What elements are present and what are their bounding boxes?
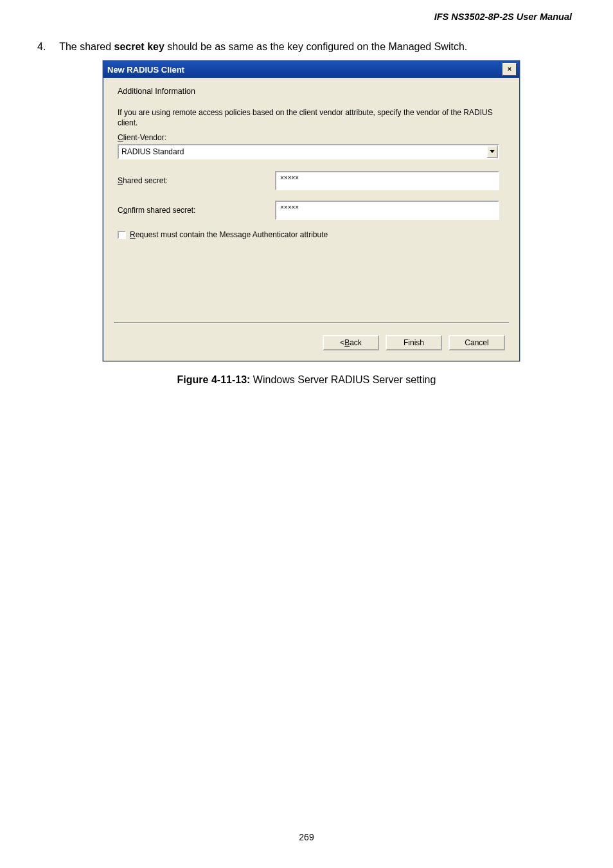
svg-marker-0 <box>490 150 495 153</box>
client-vendor-label: Client-Vendor: <box>118 133 505 142</box>
dialog-button-row: < Back Finish Cancel <box>323 335 505 350</box>
back-button-post: ack <box>350 338 362 347</box>
confirm-secret-input[interactable]: ××××× <box>275 201 499 220</box>
step-text-post: should be as same as the key configured … <box>164 41 467 52</box>
cancel-button[interactable]: Cancel <box>449 335 505 350</box>
back-button[interactable]: < Back <box>323 335 379 350</box>
figure-number: Figure 4-11-13: <box>177 374 251 385</box>
client-vendor-dropdown[interactable]: RADIUS Standard <box>118 144 499 159</box>
step-text-bold: secret key <box>114 41 164 52</box>
shared-secret-label-rest: hared secret: <box>123 176 168 185</box>
access-key-b: B <box>344 338 350 347</box>
finish-button[interactable]: Finish <box>386 335 442 350</box>
shared-secret-value: ××××× <box>280 174 299 181</box>
back-button-pre: < <box>340 338 344 347</box>
shared-secret-label: Shared secret: <box>118 176 275 185</box>
figure-caption-text: Windows Server RADIUS Server setting <box>250 374 436 385</box>
dialog-body: Additional Information If you are using … <box>103 78 519 246</box>
dropdown-selected-value: RADIUS Standard <box>121 147 486 156</box>
authenticator-checkbox-row: Request must contain the Message Authent… <box>118 230 505 239</box>
confirm-label-rest: nfirm shared secret: <box>127 206 195 215</box>
client-vendor-label-rest: lient-Vendor: <box>123 133 166 142</box>
authenticator-checkbox[interactable] <box>118 231 126 239</box>
page-number: 269 <box>0 832 613 842</box>
figure-caption: Figure 4-11-13: Windows Server RADIUS Se… <box>0 374 613 386</box>
step-number: 4. <box>37 40 57 54</box>
close-icon: × <box>508 65 511 73</box>
authenticator-label-rest: equest must contain the Message Authenti… <box>136 230 328 239</box>
dialog-info-text: If you are using remote access policies … <box>118 107 505 128</box>
confirm-secret-value: ××××× <box>280 204 299 211</box>
access-key-r: R <box>130 230 136 239</box>
confirm-secret-label: Confirm shared secret: <box>118 206 275 215</box>
authenticator-checkbox-label: Request must contain the Message Authent… <box>130 230 328 239</box>
shared-secret-input[interactable]: ××××× <box>275 171 499 190</box>
close-button[interactable]: × <box>502 63 517 76</box>
access-key-s: S <box>118 176 123 185</box>
chevron-down-icon <box>490 150 495 154</box>
dialog-divider <box>114 322 509 323</box>
step-text-pre: The shared <box>59 41 114 52</box>
dialog-title: New RADIUS Client <box>107 65 502 75</box>
new-radius-client-dialog: New RADIUS Client × Additional Informati… <box>103 60 520 361</box>
step-text: 4. The shared secret key should be as sa… <box>37 40 576 54</box>
document-header: IFS NS3502-8P-2S User Manual <box>434 12 572 22</box>
confirm-label-pre: C <box>118 206 123 215</box>
access-key-c: C <box>118 133 123 142</box>
dialog-titlebar: New RADIUS Client × <box>103 61 519 78</box>
dropdown-arrow-button[interactable] <box>486 145 498 158</box>
dialog-subheading: Additional Information <box>118 87 505 96</box>
